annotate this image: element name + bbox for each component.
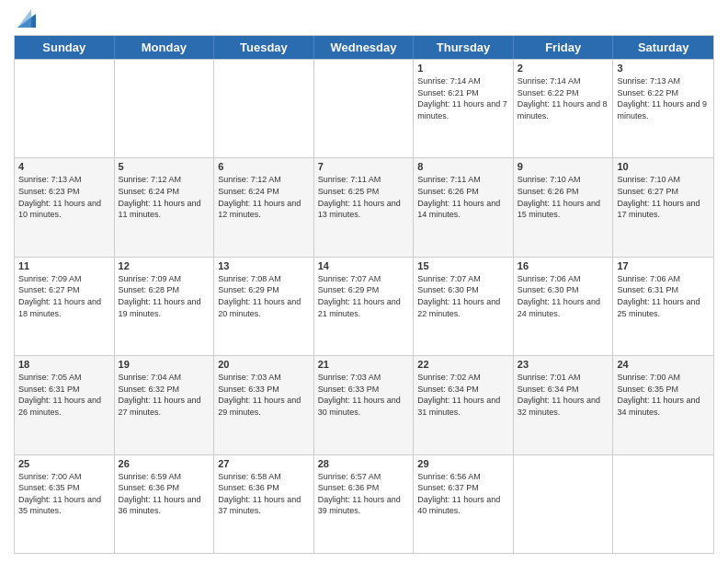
day-number: 4 — [18, 161, 110, 172]
day-info: Sunrise: 7:10 AM Sunset: 6:27 PM Dayligh… — [617, 174, 710, 220]
day-info: Sunrise: 7:10 AM Sunset: 6:26 PM Dayligh… — [518, 174, 609, 220]
calendar-cell — [115, 60, 215, 157]
day-number: 2 — [518, 63, 609, 74]
calendar-row: 4Sunrise: 7:13 AM Sunset: 6:23 PM Daylig… — [15, 157, 713, 256]
logo-icon — [17, 9, 36, 28]
page: SundayMondayTuesdayWednesdayThursdayFrid… — [0, 0, 728, 563]
day-info: Sunrise: 7:11 AM Sunset: 6:25 PM Dayligh… — [318, 174, 410, 220]
day-info: Sunrise: 7:12 AM Sunset: 6:24 PM Dayligh… — [218, 174, 310, 220]
day-info: Sunrise: 7:13 AM Sunset: 6:23 PM Dayligh… — [18, 174, 110, 220]
calendar-cell: 16Sunrise: 7:06 AM Sunset: 6:30 PM Dayli… — [514, 258, 614, 355]
day-number: 10 — [617, 161, 710, 172]
day-number: 5 — [119, 161, 210, 172]
header — [14, 9, 714, 28]
day-info: Sunrise: 7:00 AM Sunset: 6:35 PM Dayligh… — [18, 471, 110, 517]
calendar-cell: 3Sunrise: 7:13 AM Sunset: 6:22 PM Daylig… — [613, 60, 713, 157]
calendar-row: 1Sunrise: 7:14 AM Sunset: 6:21 PM Daylig… — [15, 59, 713, 157]
day-info: Sunrise: 7:14 AM Sunset: 6:21 PM Dayligh… — [417, 75, 509, 121]
day-number: 25 — [18, 458, 110, 469]
weekday-header: Friday — [514, 36, 614, 59]
day-number: 29 — [417, 458, 509, 469]
calendar-row: 11Sunrise: 7:09 AM Sunset: 6:27 PM Dayli… — [15, 257, 713, 355]
day-info: Sunrise: 7:03 AM Sunset: 6:33 PM Dayligh… — [318, 372, 410, 418]
day-number: 15 — [417, 260, 509, 271]
day-number: 14 — [318, 260, 410, 271]
calendar-cell: 25Sunrise: 7:00 AM Sunset: 6:35 PM Dayli… — [15, 455, 115, 553]
calendar-cell: 29Sunrise: 6:56 AM Sunset: 6:37 PM Dayli… — [414, 455, 514, 553]
day-number: 11 — [18, 260, 110, 271]
day-info: Sunrise: 7:03 AM Sunset: 6:33 PM Dayligh… — [218, 372, 310, 418]
day-number: 1 — [417, 63, 509, 74]
calendar-cell: 24Sunrise: 7:00 AM Sunset: 6:35 PM Dayli… — [613, 356, 713, 454]
day-info: Sunrise: 6:59 AM Sunset: 6:36 PM Dayligh… — [119, 471, 210, 517]
calendar-cell: 5Sunrise: 7:12 AM Sunset: 6:24 PM Daylig… — [115, 158, 215, 256]
calendar-cell: 18Sunrise: 7:05 AM Sunset: 6:31 PM Dayli… — [15, 356, 115, 454]
day-number: 21 — [318, 359, 410, 370]
calendar-row: 25Sunrise: 7:00 AM Sunset: 6:35 PM Dayli… — [15, 454, 713, 553]
calendar-cell: 6Sunrise: 7:12 AM Sunset: 6:24 PM Daylig… — [214, 158, 314, 256]
calendar-cell: 4Sunrise: 7:13 AM Sunset: 6:23 PM Daylig… — [15, 158, 115, 256]
day-info: Sunrise: 7:11 AM Sunset: 6:26 PM Dayligh… — [417, 174, 509, 220]
calendar-cell: 15Sunrise: 7:07 AM Sunset: 6:30 PM Dayli… — [414, 258, 514, 355]
calendar-cell: 23Sunrise: 7:01 AM Sunset: 6:34 PM Dayli… — [514, 356, 614, 454]
day-info: Sunrise: 7:07 AM Sunset: 6:30 PM Dayligh… — [417, 273, 509, 319]
day-info: Sunrise: 7:07 AM Sunset: 6:29 PM Dayligh… — [318, 273, 410, 319]
day-number: 6 — [218, 161, 310, 172]
weekday-header: Wednesday — [314, 36, 415, 59]
logo — [14, 9, 36, 28]
calendar-row: 18Sunrise: 7:05 AM Sunset: 6:31 PM Dayli… — [15, 355, 713, 454]
calendar-cell: 21Sunrise: 7:03 AM Sunset: 6:33 PM Dayli… — [314, 356, 415, 454]
calendar-cell: 19Sunrise: 7:04 AM Sunset: 6:32 PM Dayli… — [115, 356, 215, 454]
day-info: Sunrise: 7:09 AM Sunset: 6:27 PM Dayligh… — [18, 273, 110, 319]
calendar-body: 1Sunrise: 7:14 AM Sunset: 6:21 PM Daylig… — [15, 59, 713, 553]
day-number: 27 — [218, 458, 310, 469]
day-info: Sunrise: 7:04 AM Sunset: 6:32 PM Dayligh… — [119, 372, 210, 418]
calendar-cell: 10Sunrise: 7:10 AM Sunset: 6:27 PM Dayli… — [613, 158, 713, 256]
calendar-cell — [514, 455, 614, 553]
calendar-cell: 14Sunrise: 7:07 AM Sunset: 6:29 PM Dayli… — [314, 258, 415, 355]
calendar-cell: 1Sunrise: 7:14 AM Sunset: 6:21 PM Daylig… — [414, 60, 514, 157]
calendar-cell: 8Sunrise: 7:11 AM Sunset: 6:26 PM Daylig… — [414, 158, 514, 256]
day-number: 16 — [518, 260, 609, 271]
calendar-cell: 28Sunrise: 6:57 AM Sunset: 6:36 PM Dayli… — [314, 455, 415, 553]
calendar-cell: 9Sunrise: 7:10 AM Sunset: 6:26 PM Daylig… — [514, 158, 614, 256]
day-number: 8 — [417, 161, 509, 172]
day-info: Sunrise: 7:13 AM Sunset: 6:22 PM Dayligh… — [617, 75, 710, 121]
day-info: Sunrise: 7:00 AM Sunset: 6:35 PM Dayligh… — [617, 372, 710, 418]
calendar-cell: 17Sunrise: 7:06 AM Sunset: 6:31 PM Dayli… — [613, 258, 713, 355]
calendar-cell — [314, 60, 415, 157]
weekday-header: Thursday — [414, 36, 514, 59]
calendar-cell: 26Sunrise: 6:59 AM Sunset: 6:36 PM Dayli… — [115, 455, 215, 553]
calendar-cell: 13Sunrise: 7:08 AM Sunset: 6:29 PM Dayli… — [214, 258, 314, 355]
day-info: Sunrise: 7:02 AM Sunset: 6:34 PM Dayligh… — [417, 372, 509, 418]
calendar-cell: 22Sunrise: 7:02 AM Sunset: 6:34 PM Dayli… — [414, 356, 514, 454]
calendar: SundayMondayTuesdayWednesdayThursdayFrid… — [14, 35, 714, 554]
day-number: 26 — [119, 458, 210, 469]
day-number: 18 — [18, 359, 110, 370]
day-number: 13 — [218, 260, 310, 271]
day-number: 24 — [617, 359, 710, 370]
day-info: Sunrise: 7:09 AM Sunset: 6:28 PM Dayligh… — [119, 273, 210, 319]
day-number: 12 — [119, 260, 210, 271]
weekday-header: Tuesday — [214, 36, 314, 59]
day-info: Sunrise: 6:58 AM Sunset: 6:36 PM Dayligh… — [218, 471, 310, 517]
svg-marker-1 — [17, 9, 31, 28]
day-number: 17 — [617, 260, 710, 271]
calendar-cell: 27Sunrise: 6:58 AM Sunset: 6:36 PM Dayli… — [214, 455, 314, 553]
day-number: 20 — [218, 359, 310, 370]
calendar-cell: 20Sunrise: 7:03 AM Sunset: 6:33 PM Dayli… — [214, 356, 314, 454]
day-number: 19 — [119, 359, 210, 370]
calendar-header: SundayMondayTuesdayWednesdayThursdayFrid… — [15, 36, 713, 59]
day-number: 9 — [518, 161, 609, 172]
weekday-header: Sunday — [15, 36, 115, 59]
day-info: Sunrise: 7:08 AM Sunset: 6:29 PM Dayligh… — [218, 273, 310, 319]
day-info: Sunrise: 7:14 AM Sunset: 6:22 PM Dayligh… — [518, 75, 609, 121]
calendar-cell: 7Sunrise: 7:11 AM Sunset: 6:25 PM Daylig… — [314, 158, 415, 256]
day-info: Sunrise: 7:01 AM Sunset: 6:34 PM Dayligh… — [518, 372, 609, 418]
calendar-cell: 12Sunrise: 7:09 AM Sunset: 6:28 PM Dayli… — [115, 258, 215, 355]
day-number: 22 — [417, 359, 509, 370]
day-info: Sunrise: 7:06 AM Sunset: 6:30 PM Dayligh… — [518, 273, 609, 319]
day-number: 23 — [518, 359, 609, 370]
day-info: Sunrise: 6:56 AM Sunset: 6:37 PM Dayligh… — [417, 471, 509, 517]
calendar-cell — [613, 455, 713, 553]
